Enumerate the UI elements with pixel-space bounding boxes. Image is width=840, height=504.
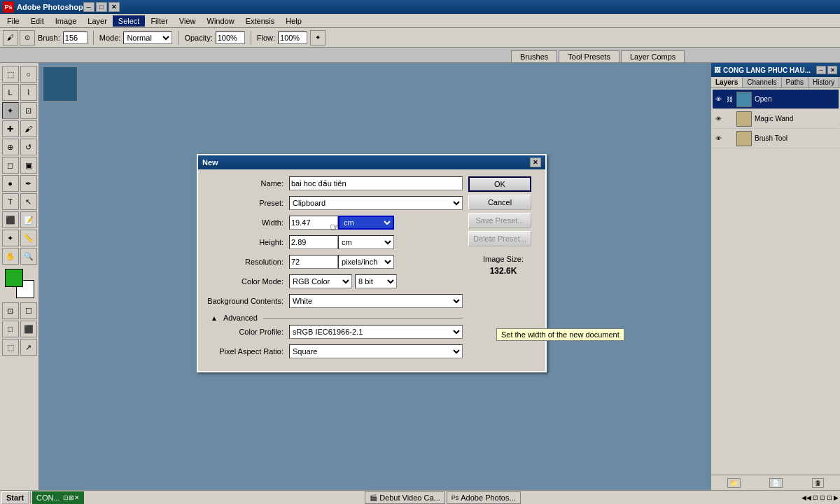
tab-layer-comps[interactable]: Layer Comps (621, 50, 685, 62)
dialog-close-button[interactable]: ✕ (530, 158, 541, 167)
menu-layer[interactable]: Layer (82, 15, 113, 27)
toolbar-brush-2-icon[interactable]: ⊙ (20, 30, 35, 46)
color-swatches[interactable] (5, 269, 34, 298)
tool-quickmask[interactable]: ⊡ (2, 302, 19, 319)
tool-history-brush[interactable]: ↺ (20, 139, 37, 155)
maximize-button[interactable]: □ (96, 2, 107, 12)
taskbar-item-debut[interactable]: 🎬 Debut Video Ca... (365, 491, 445, 504)
tool-marquee-rect[interactable]: ⬚ (2, 66, 19, 83)
tool-path-select[interactable]: ↖ (20, 193, 37, 210)
layer-eye-icon[interactable]: 👁 (715, 96, 724, 103)
opacity-input[interactable] (216, 31, 245, 44)
menu-extensis[interactable]: Extensis (240, 15, 281, 27)
background-select[interactable]: White Background Color Transparent (289, 294, 463, 308)
taskbar-item-photoshop[interactable]: Ps Adobe Photos... (447, 491, 521, 504)
tool-gradient[interactable]: ▣ (20, 157, 37, 174)
flow-input[interactable] (278, 31, 307, 44)
foreground-color-swatch[interactable] (5, 269, 23, 287)
menu-window[interactable]: Window (202, 15, 240, 27)
tray-icon-3[interactable]: ⊡ (820, 494, 825, 501)
close-button[interactable]: ✕ (108, 2, 120, 12)
height-input[interactable] (289, 235, 338, 249)
panel-minimize-btn[interactable]: ─ (816, 66, 826, 74)
taskbar-item-con[interactable]: CON... ⊡⊠✕ (32, 491, 84, 504)
resolution-input[interactable] (289, 255, 338, 269)
system-tray: ◀◀ ⊡ ⊡ ⊡ ▶ (802, 494, 839, 501)
tool-marquee-ellipse[interactable]: ○ (20, 66, 37, 83)
menu-view[interactable]: View (174, 15, 202, 27)
resolution-unit-select[interactable]: pixels/inch pixels/cm (338, 255, 394, 269)
tool-shape[interactable]: ⬛ (2, 211, 19, 228)
panel-tab-paths[interactable]: Paths (782, 77, 809, 88)
tool-eyedropper[interactable]: ✦ (2, 230, 19, 246)
tab-brushes[interactable]: Brushes (511, 50, 557, 62)
panel-new-set-btn[interactable]: 📁 (727, 478, 741, 488)
tool-fullscreen[interactable]: ⬛ (20, 321, 37, 337)
width-unit-select[interactable]: cm pixels inches mm (338, 216, 394, 230)
tool-text[interactable]: T (2, 193, 19, 210)
layer-item-brush[interactable]: 👁 Brush Tool (713, 129, 839, 148)
tool-hand[interactable]: ✋ (2, 248, 19, 265)
mode-label: Mode: (99, 34, 121, 42)
tool-polygonal-lasso[interactable]: ⌇ (20, 84, 37, 101)
panel-tab-layers[interactable]: Layers (711, 77, 743, 88)
tool-stdmask[interactable]: ☐ (20, 302, 37, 319)
menu-filter[interactable]: Filter (145, 15, 173, 27)
mode-select[interactable]: Normal (123, 31, 172, 44)
tool-screen-mode[interactable]: □ (2, 321, 19, 337)
menu-select[interactable]: Select (113, 15, 146, 27)
layer-item-magic-wand[interactable]: 👁 Magic Wand (713, 109, 839, 129)
tool-clone[interactable]: ⊕ (2, 139, 19, 155)
airbrush-icon[interactable]: ✦ (310, 30, 326, 46)
preset-select[interactable]: Clipboard (289, 196, 463, 210)
layer-eye-2-icon[interactable]: 👁 (715, 115, 724, 122)
panel-close-btn[interactable]: ✕ (827, 66, 837, 74)
tool-measure[interactable]: 📏 (20, 230, 37, 246)
menu-help[interactable]: Help (280, 15, 307, 27)
tool-brush[interactable]: 🖌 (20, 120, 37, 137)
tool-extras[interactable]: ⬚ (2, 339, 19, 356)
tool-crop[interactable]: ⊡ (20, 102, 37, 119)
ok-button[interactable]: OK (468, 176, 531, 192)
tool-jump[interactable]: ↗ (20, 339, 37, 356)
tool-magic-wand[interactable]: ✦ (2, 102, 19, 119)
tool-dodge[interactable]: ● (2, 175, 19, 192)
menu-file[interactable]: File (1, 15, 25, 27)
tray-icon-2[interactable]: ⊡ (813, 494, 818, 501)
panel-tab-channels[interactable]: Channels (743, 77, 781, 88)
colormode-select[interactable]: RGB Color CMYK Color Grayscale (289, 274, 352, 288)
colordepth-select[interactable]: 8 bit 16 bit (355, 274, 397, 288)
tool-lasso[interactable]: L (2, 84, 19, 101)
tool-heal[interactable]: ✚ (2, 120, 19, 137)
name-input[interactable] (289, 176, 463, 190)
tray-icon-5[interactable]: ▶ (834, 494, 839, 501)
pixelaspect-select[interactable]: Square (289, 344, 463, 358)
tab-tool-presets[interactable]: Tool Presets (559, 50, 620, 62)
layer-item-open[interactable]: 👁 ⛓ Open (713, 90, 839, 109)
layer-eye-3-icon[interactable]: 👁 (715, 135, 724, 142)
minimize-button[interactable]: ─ (83, 2, 94, 12)
colorprofile-select[interactable]: sRGB IEC61966-2.1 (289, 325, 463, 339)
menu-edit[interactable]: Edit (25, 15, 50, 27)
save-preset-button[interactable]: Save Preset... (468, 213, 531, 228)
tray-icon-1[interactable]: ◀◀ (802, 494, 811, 501)
delete-preset-button[interactable]: Delete Preset... (468, 231, 531, 246)
resolution-row: Resolution: pixels/inch pixels/cm (205, 255, 463, 269)
height-unit-select[interactable]: cm pixels (338, 235, 394, 249)
tool-eraser[interactable]: ◻ (2, 157, 19, 174)
tool-zoom[interactable]: 🔍 (20, 248, 37, 265)
toolbar-brush-icon[interactable]: 🖌 (3, 30, 18, 46)
brush-size-input[interactable] (63, 31, 88, 44)
advanced-toggle[interactable]: ▲ (211, 314, 218, 322)
tool-pen[interactable]: ✒ (20, 175, 37, 192)
start-button[interactable]: Start (1, 491, 29, 504)
width-input[interactable] (289, 216, 338, 230)
panel-delete-layer-btn[interactable]: 🗑 (812, 478, 824, 488)
tool-notes[interactable]: 📝 (20, 211, 37, 228)
cancel-button[interactable]: Cancel (468, 195, 531, 210)
panel-new-layer-btn[interactable]: 📄 (769, 478, 783, 488)
title-bar: Ps Adobe Photoshop ─ □ ✕ (0, 0, 840, 14)
tray-icon-4[interactable]: ⊡ (827, 494, 832, 501)
menu-image[interactable]: Image (50, 15, 83, 27)
panel-tab-history[interactable]: History (808, 77, 839, 88)
